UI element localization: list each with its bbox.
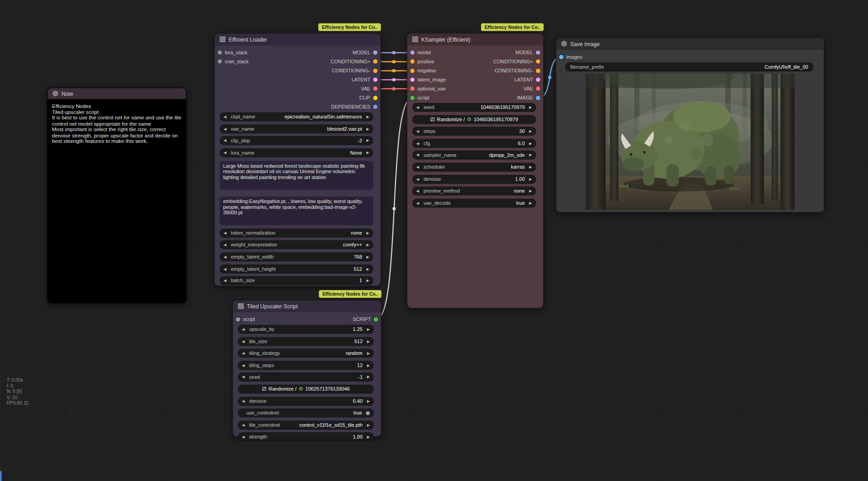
collapse-icon[interactable] [220, 37, 225, 42]
node-header[interactable]: Efficient Loader [215, 34, 380, 46]
decrement-arrow-icon[interactable]: ◀ [416, 199, 419, 207]
toggle-dot-icon[interactable] [366, 411, 370, 415]
slot-dot[interactable] [410, 60, 415, 64]
increment-arrow-icon[interactable]: ▶ [367, 125, 369, 132]
decrement-arrow-icon[interactable]: ◀ [416, 139, 419, 147]
widget-empty_latent_height[interactable]: ◀empty_latent_height512▶ [220, 264, 373, 274]
decrement-arrow-icon[interactable]: ◀ [224, 229, 226, 237]
widget-steps[interactable]: ◀steps30▶ [412, 127, 536, 136]
decrement-arrow-icon[interactable]: ◀ [242, 373, 245, 381]
increment-arrow-icon[interactable]: ▶ [367, 277, 369, 284]
decrement-arrow-icon[interactable]: ◀ [242, 337, 245, 345]
decrement-arrow-icon[interactable]: ◀ [416, 104, 419, 111]
decrement-arrow-icon[interactable]: ◀ [242, 397, 245, 405]
widget-cfg[interactable]: ◀cfg6.0▶ [412, 139, 536, 148]
widget-tile_controlnet[interactable]: ◀tile_controlnetcontrol_v11f1e_sd15_tile… [238, 420, 374, 429]
link-midpoint-dot[interactable] [548, 76, 551, 79]
slot-dot[interactable] [374, 317, 378, 322]
collapse-icon[interactable] [412, 37, 418, 42]
widget-tiling_steps[interactable]: ◀tiling_steps12▶ [238, 361, 374, 370]
widget-strength[interactable]: ◀strength1.00▶ [238, 433, 374, 442]
slot-dot[interactable] [217, 51, 222, 55]
node-efficient-loader[interactable]: Efficiency Nodes for Co.. Efficient Load… [214, 33, 381, 286]
decrement-arrow-icon[interactable]: ◀ [224, 125, 226, 132]
slot-dot[interactable] [217, 60, 222, 64]
widget-clip_skip[interactable]: ◀clip_skip-2▶ [220, 136, 373, 145]
increment-arrow-icon[interactable]: ▶ [529, 199, 532, 207]
collapse-icon[interactable] [52, 91, 58, 96]
link-midpoint-dot[interactable] [392, 60, 396, 63]
node-save-image[interactable]: Save Image images filename_prefixComfyUI… [556, 38, 824, 212]
link-midpoint-dot[interactable] [392, 87, 396, 90]
collapse-icon[interactable] [561, 41, 567, 47]
increment-arrow-icon[interactable]: ▶ [367, 325, 370, 333]
slot-dot[interactable] [410, 51, 415, 55]
slot-dot[interactable] [373, 104, 377, 109]
increment-arrow-icon[interactable]: ▶ [367, 397, 370, 405]
slot-dot[interactable] [373, 69, 377, 73]
increment-arrow-icon[interactable]: ▶ [367, 421, 370, 429]
decrement-arrow-icon[interactable]: ◀ [242, 325, 245, 333]
slot-dot[interactable] [536, 95, 540, 100]
widget-tiling_strategy[interactable]: ◀tiling_strategyrandom▶ [238, 349, 374, 358]
node-tiled-upscaler-script[interactable]: Efficiency Nodes for Co.. Tiled Upscaler… [232, 300, 381, 437]
increment-arrow-icon[interactable]: ▶ [529, 104, 532, 111]
widget-scheduler[interactable]: ◀schedulerkarras▶ [412, 163, 536, 172]
increment-arrow-icon[interactable]: ▶ [367, 361, 370, 369]
widget-seed[interactable]: ◀seed-1▶ [238, 373, 374, 382]
decrement-arrow-icon[interactable]: ◀ [416, 163, 419, 171]
slot-dot[interactable] [559, 55, 564, 59]
node-header[interactable]: Note [47, 88, 186, 100]
widget-tile_size[interactable]: ◀tile_size512▶ [238, 337, 374, 346]
widget-ckpt_name[interactable]: ◀ckpt_nameepicrealism_naturalSin.safeten… [220, 113, 373, 122]
slot-dot[interactable] [410, 77, 415, 82]
slot-dot[interactable] [536, 60, 540, 64]
widget-use_controlnet[interactable]: use_controlnettrue [238, 409, 374, 418]
increment-arrow-icon[interactable]: ▶ [367, 229, 369, 237]
decrement-arrow-icon[interactable]: ◀ [416, 151, 419, 159]
decrement-arrow-icon[interactable]: ◀ [224, 137, 226, 145]
increment-arrow-icon[interactable]: ▶ [529, 151, 532, 159]
increment-arrow-icon[interactable]: ▶ [529, 163, 532, 171]
widget-vae_decode[interactable]: ◀vae_decodetrue▶ [412, 198, 536, 207]
link-midpoint-dot[interactable] [392, 207, 396, 210]
slot-dot[interactable] [536, 77, 540, 82]
decrement-arrow-icon[interactable]: ◀ [224, 277, 226, 284]
decrement-arrow-icon[interactable]: ◀ [416, 127, 419, 135]
widget-seed[interactable]: ◀seed1046036195170979▶ [412, 103, 536, 112]
increment-arrow-icon[interactable]: ▶ [529, 187, 532, 195]
decrement-arrow-icon[interactable]: ◀ [242, 421, 245, 429]
widget-sampler_name[interactable]: ◀sampler_namedpmpp_2m_sde▶ [412, 151, 536, 160]
increment-arrow-icon[interactable]: ▶ [367, 373, 370, 381]
randomize-seed-button[interactable]: ⚂Randomize /♻1062571376133046 [238, 385, 374, 394]
node-header[interactable]: KSampler (Efficient) [407, 34, 543, 46]
decrement-arrow-icon[interactable]: ◀ [224, 241, 226, 249]
increment-arrow-icon[interactable]: ▶ [367, 113, 369, 121]
widget-preview_method[interactable]: ◀preview_methodnone▶ [412, 187, 536, 196]
slot-dot[interactable] [236, 317, 241, 322]
slot-dot[interactable] [536, 86, 540, 91]
slot-dot[interactable] [536, 69, 540, 73]
increment-arrow-icon[interactable]: ▶ [367, 265, 369, 273]
decrement-arrow-icon[interactable]: ◀ [224, 113, 226, 121]
slot-dot[interactable] [410, 95, 415, 100]
increment-arrow-icon[interactable]: ▶ [367, 253, 369, 261]
widget-token_normalization[interactable]: ◀token_normalizationnone▶ [220, 228, 373, 237]
prompt-textarea-pos[interactable]: Large Moss beast redwood forest landscap… [220, 161, 373, 190]
slot-dot[interactable] [373, 95, 377, 100]
increment-arrow-icon[interactable]: ▶ [367, 349, 370, 357]
slot-dot[interactable] [536, 51, 540, 55]
decrement-arrow-icon[interactable]: ◀ [224, 265, 226, 273]
node-ksampler-efficient[interactable]: Efficiency Nodes for Co.. KSampler (Effi… [407, 33, 543, 308]
increment-arrow-icon[interactable]: ▶ [529, 175, 532, 183]
node-canvas[interactable]: T: 0.00sI: 0N: 5 [5]V: 10FPS:80.11 Note … [0, 0, 868, 481]
widget-weight_interpretation[interactable]: ◀weight_interpretationcomfy++▶ [220, 240, 373, 250]
decrement-arrow-icon[interactable]: ◀ [242, 349, 245, 357]
randomize-seed-button[interactable]: ⚂Randomize /♻1046036195170979 [412, 115, 536, 124]
widget-batch_size[interactable]: ◀batch_size1▶ [220, 276, 373, 285]
decrement-arrow-icon[interactable]: ◀ [242, 433, 245, 441]
increment-arrow-icon[interactable]: ▶ [367, 337, 370, 345]
widget-denoise[interactable]: ◀denoise1.00▶ [412, 174, 536, 184]
collapse-icon[interactable] [238, 303, 244, 309]
link-midpoint-dot[interactable] [392, 51, 396, 54]
